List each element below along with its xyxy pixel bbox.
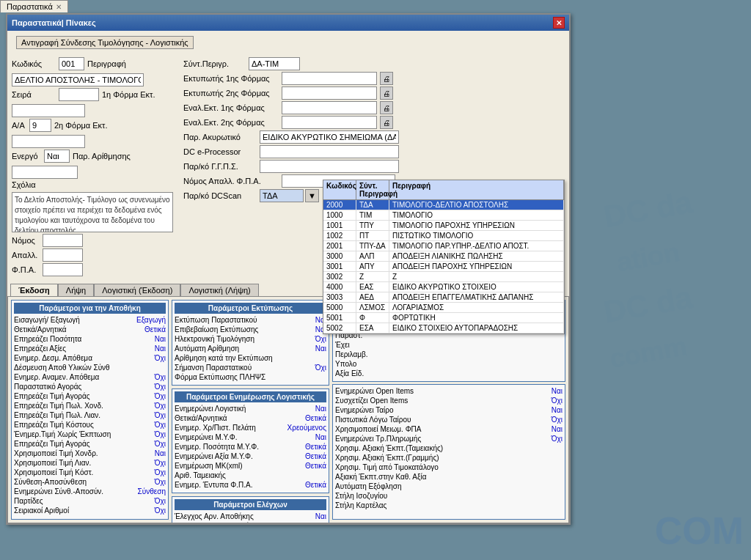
panel-row-label: Ενημερώνει Μ.Υ.Φ.: [175, 433, 314, 441]
energo-input[interactable]: [44, 150, 70, 163]
par-dcscan-dropdown[interactable]: ▼: [260, 189, 319, 202]
aa-label: Α/Α: [12, 121, 26, 130]
panel-row: Ενημερ. Χρ/Πιστ. Πελάτη Χρεούμενος: [175, 424, 326, 432]
panel-row-label: Στήλη Καρτέλας: [335, 501, 561, 509]
tab-logistiki-lixi[interactable]: Λογιστική (Λήψη): [180, 284, 258, 296]
perigrafi-input[interactable]: [12, 73, 144, 86]
panel-row-label: Εκτύπωση Παραστατικού: [175, 316, 314, 324]
ektyp1-input[interactable]: [282, 72, 377, 85]
dropdown-item[interactable]: 4000 ΕΑΣ ΕΙΔΙΚΟ ΑΚΥΡΩΤΙΚΟ ΣΤΟΙΧΕΙΟ: [323, 282, 564, 292]
panel-apothiki-title: Παράμετροι για την Αποθήκη: [14, 303, 166, 314]
panel-row-value: Ναι: [552, 406, 563, 414]
panel-row: Ενημερώνει Ταίρο Ναι: [335, 406, 563, 414]
panel-row: Εισαγωγή/ Εξαγωγή Εξαγωγή: [14, 316, 166, 324]
dropdown-item[interactable]: 3001 ΑΠΥ ΑΠΟΔΕΙΞΗ ΠΑΡΟΧΗΣ ΥΠΗΡΕΣΙΩΝ: [323, 262, 564, 272]
tab-lixi[interactable]: Λήψη: [58, 284, 94, 296]
panel-row-label: Χρησιμοποιεί Τιμή Λιαν.: [14, 459, 153, 467]
print4-icon[interactable]: 🖨: [380, 116, 393, 129]
panel-row-label: Παρτίδες: [14, 497, 153, 505]
dropdown-item[interactable]: 2000 ΤΔΑ ΤΙΜΟΛΟΓΙΟ-ΔΕΛΤΙΟ ΑΠΟΣΤΟΛΗΣ: [323, 200, 564, 210]
dropdown-col-perigrafi: Περιγραφή: [389, 180, 564, 199]
panel-row: Αρίθμηση κατά την Εκτύπωση: [175, 354, 326, 362]
seira-input[interactable]: [59, 88, 99, 101]
panel-enimerwsi: Παράμετροι Ενημέρωσης Λογιστικής Ενημερώ…: [172, 388, 329, 493]
dropdown-overlay: Κωδικός Σύντ. Περιγραφή Περιγραφή 2000 Τ…: [323, 180, 565, 334]
ektyp2-input[interactable]: [282, 86, 377, 100]
panel-row: Επηρεάζει Τιμή Αγοράς Όχι: [14, 440, 166, 448]
nomos-input[interactable]: [43, 234, 83, 247]
par-arithm-input[interactable]: [12, 166, 78, 179]
panel-row: Θετικά/Αρνητικά Θετικά: [175, 414, 326, 422]
panel-row-label: Ενημέρωση ΜΚ(xml): [175, 462, 304, 470]
dropdown-item[interactable]: 3002 Ζ Ζ: [323, 272, 564, 282]
panel-row-value: Όχι: [155, 383, 166, 391]
panel-row-value: Όχι: [155, 354, 166, 362]
sync-button[interactable]: Αντιγραφή Σύνδεσης Τιμολόγησης - Λογιστι…: [16, 36, 194, 49]
aa-input[interactable]: [29, 119, 51, 132]
dropdown-kodikos: 1001: [323, 221, 356, 230]
par-dcscan-input[interactable]: [260, 189, 304, 202]
panel-row-label: Ενημερ. Έντυπα Φ.Π.Α.: [175, 481, 304, 489]
dropdown-item[interactable]: 1001 ΤΠΥ ΤΙΜΟΛΟΓΙΟ ΠΑΡΟΧΗΣ ΥΠΗΡΕΣΙΩΝ: [323, 221, 564, 231]
forma1-input[interactable]: [12, 104, 85, 117]
print2-icon[interactable]: 🖨: [380, 86, 393, 100]
panel-row-label: Έλεγχος Αρν. Αποθήκης: [175, 512, 314, 520]
print1-icon[interactable]: 🖨: [380, 72, 393, 85]
panel-row-value: Όχι: [155, 478, 166, 486]
panel-row-label: Επηρεάζει Αξίες: [14, 345, 153, 353]
dropdown-kodikos: 1000: [323, 210, 356, 220]
tab-logistiki-ekdosi[interactable]: Λογιστική (Έκδοση): [94, 284, 180, 296]
dropdown-kodikos: 5001: [323, 313, 356, 323]
dropdown-item[interactable]: 3000 ΑΛΠ ΑΠΟΔΕΙΞΗ ΛΙΑΝΙΚΗΣ ΠΩΛΗΣΗΣ: [323, 251, 564, 262]
panel-row-label: Επηρεάζει Τιμή Αγοράς: [14, 392, 153, 400]
par-ggps-input[interactable]: [260, 160, 399, 173]
synt-perigr-input[interactable]: [249, 57, 300, 70]
dropdown-arrow-icon[interactable]: ▼: [305, 189, 319, 202]
panel-row-value: Ναι: [155, 335, 166, 343]
panel-row-value: Ναι: [315, 433, 326, 441]
dropdown-synt: ΕΑΣ: [356, 282, 389, 292]
dropdown-perigrafi: ΕΙΔΙΚΟ ΣΤΟΙΧΕΙΟ ΑΥΤΟΠΑΡΑΔΟΣΗΣ: [389, 323, 564, 333]
panel-row: Φόρμα Εκτύπωσης ΠΛΗΨΣ: [175, 373, 326, 381]
forma1-label: 1η Φόρμα Εκτ.: [102, 90, 155, 99]
dropdown-item[interactable]: 5002 ΕΣΑ ΕΙΔΙΚΟ ΣΤΟΙΧΕΙΟ ΑΥΤΟΠΑΡΑΔΟΣΗΣ: [323, 323, 564, 334]
panel-row-value: Όχι: [155, 459, 166, 467]
dropdown-col-kodikos: Κωδικός: [323, 180, 356, 199]
panel-row-value: Ναι: [315, 345, 326, 353]
panel-row: Ενημερώνει Αξία Μ.Υ.Φ. Θετικά: [175, 452, 326, 460]
dc-eprocessor-input[interactable]: [260, 145, 399, 158]
panel-row-value: Όχι: [155, 373, 166, 381]
forma2-label: 2η Φόρμα Εκτ.: [54, 121, 107, 130]
enalektyp2-input[interactable]: [282, 116, 377, 129]
dropdown-perigrafi: ΤΙΜΟΛΟΓΙΟ ΠΑΡ.ΥΠΗΡ.-ΔΕΛΤΙΟ ΑΠΟΣΤ.: [389, 241, 564, 251]
tab-close-icon[interactable]: ✕: [56, 3, 62, 11]
panel-row: Έλεγχος Αρν. Αποθήκης Ναι: [175, 512, 326, 520]
panel-row-label: Αξία Είδ.: [335, 369, 561, 377]
forma2-input[interactable]: [12, 135, 85, 148]
dialog-close-btn[interactable]: ✕: [553, 17, 565, 29]
par-akyrotiko-input[interactable]: [260, 130, 399, 144]
dropdown-item[interactable]: 5001 Φ ΦΟΡΤΩΤΙΚΗ: [323, 313, 564, 323]
dropdown-kodikos: 5002: [323, 323, 356, 333]
apall-input[interactable]: [43, 248, 83, 262]
panel-row-value: Χρεούμενος: [287, 424, 326, 432]
dropdown-synt: ΑΕΔ: [356, 292, 389, 302]
panel-row-value: Θετικά: [305, 481, 326, 489]
dropdown-item[interactable]: 1002 ΠΤ ΠΙΣΤΩΤΙΚΟ ΤΙΜΟΛΟΓΙΟ: [323, 231, 564, 241]
dropdown-synt: ΠΤ: [356, 231, 389, 240]
dropdown-item[interactable]: 1000 ΤΙΜ ΤΙΜΟΛΟΓΙΟ: [323, 210, 564, 221]
panel-row-label: Ενημερώνει Αξία Μ.Υ.Φ.: [175, 452, 304, 460]
dropdown-item[interactable]: 3003 ΑΕΔ ΑΠΟΔΕΙΞΗ ΕΠΑΓΓΕΛΜΑΤΙΚΗΣ ΔΑΠΑΝΗΣ: [323, 292, 564, 303]
par-dcscan-label: Παρ/κό DCScan: [183, 191, 257, 200]
enalektyp1-input[interactable]: [282, 101, 377, 114]
panel-row-label: Ενημερ. Χρ/Πιστ. Πελάτη: [175, 424, 286, 432]
panel-row: Ενημερ. Ποσότητα Μ.Υ.Φ. Θετικά: [175, 443, 326, 451]
nomos-apall-fpa-label: Νόμος Απαλλ. Φ.Π.Α.: [183, 177, 279, 185]
dropdown-item[interactable]: 5000 ΛΣΜΟΣ ΛΟΓΑΡΙΑΣΜΟΣ: [323, 303, 564, 313]
tab-parastatika[interactable]: Παραστατικά ✕: [0, 0, 68, 12]
kodikos-input[interactable]: [59, 57, 84, 70]
print3-icon[interactable]: 🖨: [380, 101, 393, 114]
dropdown-item[interactable]: 2001 ΤΠΥ-ΔΑ ΤΙΜΟΛΟΓΙΟ ΠΑΡ.ΥΠΗΡ.-ΔΕΛΤΙΟ Α…: [323, 241, 564, 251]
tab-ekdosi[interactable]: Έκδοση: [10, 284, 58, 296]
fpa-input[interactable]: [43, 263, 83, 276]
